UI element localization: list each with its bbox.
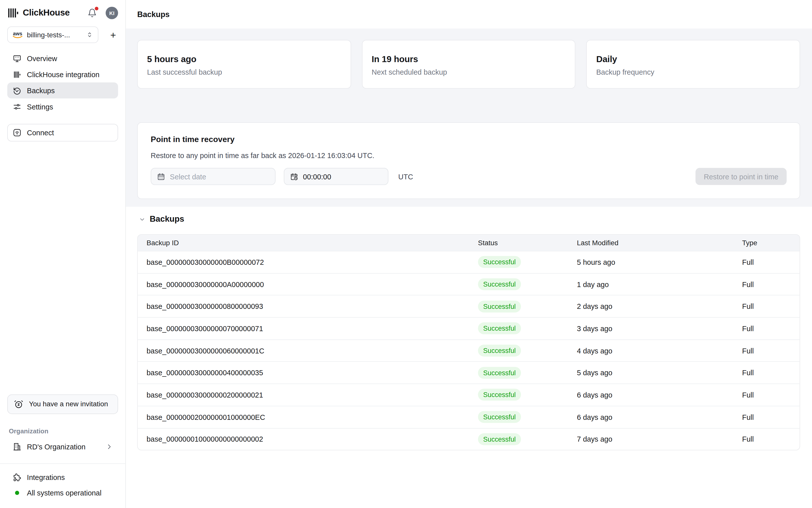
backup-id-cell: base_0000000200000001000000EC: [138, 413, 469, 421]
integrations-link[interactable]: Integrations: [7, 469, 118, 485]
invitation-text: You have a new invitation: [29, 399, 108, 409]
status-badge: Successful: [478, 323, 521, 335]
page-header: Backups: [126, 0, 812, 29]
status-badge: Successful: [478, 300, 521, 312]
column-header-status: Status: [469, 239, 568, 247]
alarm-icon: [13, 399, 24, 409]
pitr-title: Point in time recovery: [151, 135, 787, 144]
table-row[interactable]: base_000000010000000000000002 Successful…: [138, 428, 800, 450]
status-cell: Successful: [469, 433, 568, 445]
building-icon: [12, 442, 22, 452]
table-row[interactable]: base_000000030000000200000021 Successful…: [138, 383, 800, 406]
status-badge: Successful: [478, 256, 521, 268]
status-badge: Successful: [478, 367, 521, 379]
table-row[interactable]: base_000000030000000800000093 Successful…: [138, 295, 800, 317]
last-modified-cell: 6 days ago: [568, 413, 733, 421]
status-cell: Successful: [469, 278, 568, 290]
restore-button[interactable]: Restore to point in time: [696, 168, 787, 185]
time-value: 00:00:00: [303, 172, 331, 181]
status-badge: Successful: [478, 411, 521, 423]
sidebar-item-settings[interactable]: Settings: [7, 98, 118, 115]
service-selector[interactable]: aws billing-tests-...: [7, 27, 98, 43]
brand-title: ClickHouse: [23, 8, 69, 18]
status-text: All systems operational: [27, 489, 102, 497]
sidebar-item-overview[interactable]: Overview: [7, 50, 118, 67]
type-cell: Full: [733, 435, 800, 443]
notification-dot: [95, 7, 98, 10]
backup-id-cell: base_00000003000000060000001C: [138, 346, 469, 355]
time-picker-input[interactable]: 00:00:00: [284, 168, 388, 185]
table-row[interactable]: base_000000030000000A00000000 Successful…: [138, 273, 800, 295]
table-row[interactable]: base_000000030000000700000071 Successful…: [138, 317, 800, 339]
calendar-clock-icon: [290, 172, 298, 181]
last-modified-cell: 6 days ago: [568, 391, 733, 399]
last-modified-cell: 3 days ago: [568, 325, 733, 333]
type-cell: Full: [733, 369, 800, 377]
status-cell: Successful: [469, 367, 568, 379]
integrations-label: Integrations: [27, 473, 65, 481]
table-row[interactable]: base_0000000200000001000000EC Successful…: [138, 406, 800, 428]
system-status[interactable]: All systems operational: [7, 485, 118, 501]
app: ClickHouse KI aws billing-tests-...: [0, 0, 812, 508]
card-title: 5 hours ago: [147, 54, 341, 65]
overview-icon: [12, 54, 22, 63]
organization-label: Organization: [9, 428, 126, 435]
add-service-button[interactable]: +: [108, 29, 118, 41]
connect-icon: [12, 128, 22, 137]
status-badge: Successful: [478, 433, 521, 445]
chevron-up-down-icon: [86, 31, 93, 38]
backup-id-cell: base_000000010000000000000002: [138, 435, 469, 443]
status-cell: Successful: [469, 300, 568, 312]
card-last-successful-backup: 5 hours ago Last successful backup: [137, 40, 351, 88]
organization-name: RD's Organization: [27, 442, 86, 451]
organization-selector[interactable]: RD's Organization: [7, 439, 118, 454]
type-cell: Full: [733, 325, 800, 333]
status-badge: Successful: [478, 278, 521, 290]
status-cell: Successful: [469, 256, 568, 268]
last-modified-cell: 4 days ago: [568, 346, 733, 355]
card-next-scheduled-backup: In 19 hours Next scheduled backup: [362, 40, 575, 88]
backups-section-toggle[interactable]: Backups: [139, 215, 800, 224]
status-cell: Successful: [469, 323, 568, 335]
last-modified-cell: 5 days ago: [568, 369, 733, 377]
invitation-banner[interactable]: You have a new invitation: [7, 394, 118, 414]
chevron-right-icon: [106, 443, 113, 451]
sidebar-item-label: Settings: [27, 102, 53, 111]
card-title: In 19 hours: [372, 54, 566, 65]
sidebar-footer: Integrations All systems operational: [0, 463, 126, 508]
avatar[interactable]: KI: [106, 7, 118, 19]
date-picker-input[interactable]: Select date: [151, 168, 276, 185]
table-row[interactable]: base_00000003000000060000001C Successful…: [138, 339, 800, 362]
sidebar-item-label: ClickHouse integration: [27, 70, 100, 78]
connect-button[interactable]: Connect: [7, 124, 118, 141]
backup-id-cell: base_000000030000000B00000072: [138, 258, 469, 266]
page-title: Backups: [137, 10, 170, 18]
aws-icon: aws: [12, 31, 23, 39]
service-name: billing-tests-...: [27, 31, 82, 39]
chevron-down-icon: [139, 216, 145, 222]
logo-row: ClickHouse KI: [0, 0, 126, 25]
summary-band: 5 hours ago Last successful backup In 19…: [126, 29, 812, 207]
type-cell: Full: [733, 258, 800, 266]
card-subtitle: Last successful backup: [147, 68, 341, 76]
column-header-last-modified: Last Modified: [568, 239, 733, 247]
table-row[interactable]: base_000000030000000400000035 Successful…: [138, 362, 800, 383]
point-in-time-recovery-card: Point in time recovery Restore to any po…: [137, 122, 800, 199]
sidebar-item-label: Backups: [27, 86, 55, 94]
date-placeholder: Select date: [170, 172, 206, 181]
sidebar-item-label: Overview: [27, 54, 57, 62]
status-dot-icon: [15, 491, 19, 495]
sidebar-nav: Overview ClickHouse integration: [7, 50, 118, 115]
sidebar-item-backups[interactable]: Backups: [7, 82, 118, 98]
sidebar-item-clickhouse-integration[interactable]: ClickHouse integration: [7, 67, 118, 82]
type-cell: Full: [733, 302, 800, 310]
clickhouse-logo-icon: [7, 7, 19, 19]
backup-id-cell: base_000000030000000400000035: [138, 369, 469, 377]
column-header-backup-id: Backup ID: [138, 239, 469, 247]
status-cell: Successful: [469, 411, 568, 423]
table-row[interactable]: base_000000030000000B00000072 Successful…: [138, 251, 800, 273]
notifications-bell-icon[interactable]: [88, 8, 97, 17]
backup-id-cell: base_000000030000000800000093: [138, 302, 469, 310]
last-modified-cell: 2 days ago: [568, 302, 733, 310]
type-cell: Full: [733, 391, 800, 399]
